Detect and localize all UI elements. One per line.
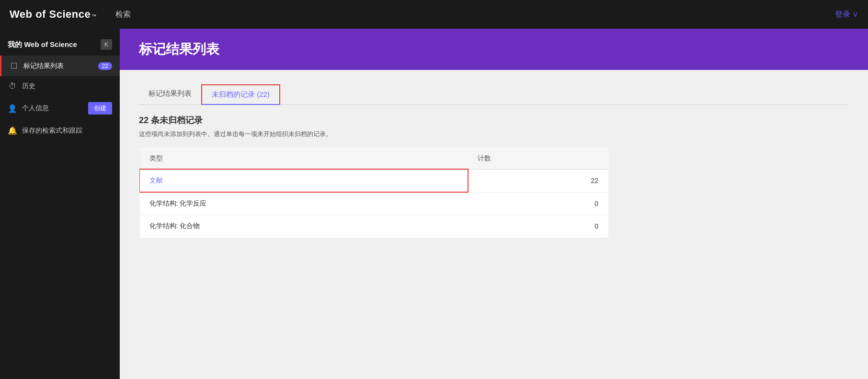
unarchived-title: 22 条未归档记录 — [139, 115, 849, 126]
content-body: 标记结果列表 未归档的记录 (22) 22 条未归档记录 这些项尚未添加到列表中… — [120, 70, 868, 252]
bell-icon: 🔔 — [8, 126, 17, 135]
table-header: 类型 计数 — [139, 149, 608, 170]
tabs: 标记结果列表 未归档的记录 (22) — [139, 84, 849, 105]
top-nav: Web of Science™ 检索 登录 ∨ — [0, 0, 868, 29]
table-row: 化学结构: 化学反应 0 — [139, 192, 608, 215]
table-header-row: 类型 计数 — [139, 149, 608, 170]
page-header: 标记结果列表 — [120, 29, 868, 70]
folder-icon: ☐ — [9, 61, 19, 70]
table-row: 文献 22 — [139, 169, 608, 192]
data-table: 类型 计数 文献 22 化学结构: 化学反应 0 — [139, 148, 608, 238]
type-cell-compounds: 化学结构: 化合物 — [139, 215, 468, 238]
count-cell-reactions: 0 — [468, 192, 608, 215]
login-button[interactable]: 登录 ∨ — [835, 10, 858, 20]
logo: Web of Science™ — [10, 8, 96, 21]
create-button[interactable]: 创建 — [88, 102, 112, 115]
logo-text: Web of Science — [10, 8, 91, 21]
history-icon: ⏱ — [8, 82, 17, 91]
sidebar-item-history-label: 历史 — [22, 82, 35, 91]
type-cell-literature[interactable]: 文献 — [139, 169, 468, 192]
sidebar-collapse-button[interactable]: K — [101, 39, 112, 50]
profile-icon: 👤 — [8, 104, 17, 113]
count-cell-literature: 22 — [468, 169, 608, 192]
unarchived-description: 这些项尚未添加到列表中。通过单击每一项来开始组织未归档的记录。 — [139, 130, 849, 138]
sidebar-item-history[interactable]: ⏱ 历史 — [0, 76, 120, 96]
sidebar-badge-marked-list: 22 — [98, 62, 112, 70]
search-nav-link[interactable]: 检索 — [115, 10, 131, 20]
table-row: 化学结构: 化合物 0 — [139, 215, 608, 238]
sidebar-item-profile-label: 个人信息 — [22, 104, 49, 113]
sidebar: 我的 Web of Science K ☐ 标记结果列表 22 ⏱ 历史 👤 个… — [0, 29, 120, 379]
count-cell-compounds: 0 — [468, 215, 608, 238]
sidebar-header-title: 我的 Web of Science — [8, 40, 77, 49]
page-title: 标记结果列表 — [139, 40, 849, 58]
col-count-header: 计数 — [468, 149, 608, 170]
type-cell-reactions: 化学结构: 化学反应 — [139, 192, 468, 215]
sidebar-item-saved-searches-label: 保存的检索式和跟踪 — [22, 126, 82, 135]
sidebar-item-saved-searches[interactable]: 🔔 保存的检索式和跟踪 — [0, 120, 120, 141]
col-type-header: 类型 — [139, 149, 468, 170]
sidebar-item-profile[interactable]: 👤 个人信息 创建 — [0, 96, 120, 120]
content-area: 标记结果列表 标记结果列表 未归档的记录 (22) 22 条未归档记录 这些项尚… — [120, 29, 868, 379]
nav-left: Web of Science™ 检索 — [10, 8, 131, 21]
logo-tm: ™ — [91, 13, 96, 19]
main-layout: 我的 Web of Science K ☐ 标记结果列表 22 ⏱ 历史 👤 个… — [0, 29, 868, 379]
tab-unarchived[interactable]: 未归档的记录 (22) — [201, 84, 280, 105]
tab-marked-list[interactable]: 标记结果列表 — [139, 84, 201, 105]
table-body: 文献 22 化学结构: 化学反应 0 化学结构: 化合物 0 — [139, 169, 608, 238]
sidebar-item-marked-list[interactable]: ☐ 标记结果列表 22 — [0, 56, 120, 76]
sidebar-item-marked-list-label: 标记结果列表 — [23, 62, 64, 70]
sidebar-header: 我的 Web of Science K — [0, 34, 120, 56]
unarchived-section: 22 条未归档记录 这些项尚未添加到列表中。通过单击每一项来开始组织未归档的记录… — [139, 115, 849, 238]
